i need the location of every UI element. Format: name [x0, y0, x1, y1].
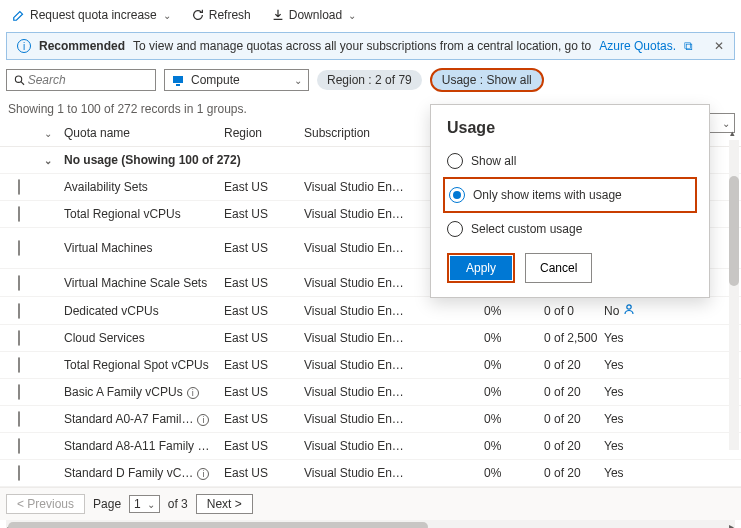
adjustable-cell: Yes: [604, 412, 640, 426]
row-checkbox[interactable]: [18, 411, 20, 427]
page-of: of 3: [168, 497, 188, 511]
limit-cell: 0 of 20: [544, 385, 604, 399]
table-row[interactable]: Basic A Family vCPUsiEast USVisual Studi…: [0, 379, 741, 406]
table-row[interactable]: Cloud ServicesEast USVisual Studio En…0%…: [0, 325, 741, 352]
quota-name-cell: Cloud Services: [64, 331, 224, 345]
subscription-cell: Visual Studio En…: [304, 385, 404, 399]
page-value: 1: [134, 497, 141, 511]
info-icon[interactable]: i: [197, 468, 209, 480]
pager: < Previous Page 1 ⌄ of 3 Next >: [0, 487, 741, 520]
usage-option-with-usage[interactable]: Only show items with usage: [449, 181, 691, 209]
limit-cell: 0 of 20: [544, 466, 604, 480]
row-checkbox[interactable]: [18, 206, 20, 222]
row-checkbox[interactable]: [18, 240, 20, 256]
svg-point-0: [15, 76, 21, 82]
download-label: Download: [289, 8, 342, 22]
quota-name-cell: Dedicated vCPUs: [64, 304, 224, 318]
download-icon: [271, 8, 285, 22]
info-icon[interactable]: i: [213, 441, 224, 453]
adjustable-cell: Yes: [604, 466, 640, 480]
usage-filter-pill[interactable]: Usage : Show all: [430, 68, 544, 92]
adjustable-cell: Yes: [604, 385, 640, 399]
chevron-down-icon[interactable]: ⌄: [44, 128, 64, 139]
usage-option-show-all[interactable]: Show all: [447, 147, 693, 175]
region-cell: East US: [224, 276, 304, 290]
request-quota-button[interactable]: Request quota increase ⌄: [6, 4, 177, 26]
option-label: Show all: [471, 154, 516, 168]
usage-option-custom[interactable]: Select custom usage: [447, 215, 693, 243]
quota-name-cell: Standard A0-A7 Famil…i: [64, 412, 224, 426]
horizontal-scrollbar[interactable]: ◂ ▸: [6, 520, 735, 528]
row-checkbox[interactable]: [18, 330, 20, 346]
scroll-right-icon[interactable]: ▸: [726, 520, 737, 528]
row-checkbox[interactable]: [18, 303, 20, 319]
usage-pct-cell: 0%: [484, 466, 544, 480]
row-checkbox[interactable]: [18, 465, 20, 481]
page-select[interactable]: 1 ⌄: [129, 495, 160, 513]
usage-pct-cell: 0%: [484, 439, 544, 453]
svg-rect-2: [176, 84, 180, 86]
table-row[interactable]: Total Regional Spot vCPUsEast USVisual S…: [0, 352, 741, 379]
quota-name-cell: Total Regional Spot vCPUs: [64, 358, 224, 372]
provider-dropdown[interactable]: Compute ⌄: [164, 69, 309, 91]
provider-label: Compute: [191, 73, 240, 87]
search-field[interactable]: [26, 72, 149, 88]
row-checkbox[interactable]: [18, 384, 20, 400]
table-row[interactable]: Standard A8-A11 Family …iEast USVisual S…: [0, 433, 741, 460]
cancel-button[interactable]: Cancel: [525, 253, 592, 283]
subscription-cell: Visual Studio En…: [304, 207, 404, 221]
limit-cell: 0 of 0: [544, 304, 604, 318]
region-filter-pill[interactable]: Region : 2 of 79: [317, 70, 422, 90]
request-quota-label: Request quota increase: [30, 8, 157, 22]
row-checkbox[interactable]: [18, 275, 20, 291]
table-row[interactable]: Standard A0-A7 Famil…iEast USVisual Stud…: [0, 406, 741, 433]
table-row[interactable]: Dedicated vCPUsEast USVisual Studio En…0…: [0, 297, 741, 325]
region-cell: East US: [224, 385, 304, 399]
region-cell: East US: [224, 358, 304, 372]
usage-pct-cell: 0%: [484, 331, 544, 345]
col-region[interactable]: Region: [224, 126, 304, 140]
download-button[interactable]: Download ⌄: [265, 4, 362, 26]
vertical-scrollbar[interactable]: ▴: [729, 140, 739, 450]
chevron-down-icon: ⌄: [147, 499, 155, 510]
adjustable-cell: Yes: [604, 439, 640, 453]
close-icon[interactable]: ✕: [714, 39, 724, 53]
scroll-up-icon[interactable]: ▴: [730, 128, 735, 138]
scrollbar-thumb[interactable]: [729, 176, 739, 286]
prev-page-button[interactable]: < Previous: [6, 494, 85, 514]
refresh-button[interactable]: Refresh: [185, 4, 257, 26]
toolbar: Request quota increase ⌄ Refresh Downloa…: [0, 0, 741, 30]
usage-pct-cell: 0%: [484, 412, 544, 426]
col-subscription[interactable]: Subscription: [304, 126, 404, 140]
row-checkbox[interactable]: [18, 438, 20, 454]
refresh-icon: [191, 8, 205, 22]
adjustable-cell: Yes: [604, 331, 640, 345]
limit-cell: 0 of 20: [544, 439, 604, 453]
quota-name-cell: Basic A Family vCPUsi: [64, 385, 224, 399]
row-checkbox[interactable]: [18, 357, 20, 373]
col-quota-name[interactable]: Quota name: [64, 126, 224, 140]
info-icon[interactable]: i: [197, 414, 209, 426]
row-checkbox[interactable]: [18, 179, 20, 195]
region-cell: East US: [224, 466, 304, 480]
compute-icon: [171, 73, 185, 87]
radio-icon: [447, 153, 463, 169]
chevron-down-icon: ⌄: [44, 155, 64, 166]
quota-name-cell: Virtual Machines: [64, 241, 224, 255]
quota-name-cell: Standard A8-A11 Family …i: [64, 439, 224, 453]
person-icon: [623, 303, 635, 315]
apply-button[interactable]: Apply: [450, 256, 512, 280]
next-page-button[interactable]: Next >: [196, 494, 253, 514]
azure-quotas-link[interactable]: Azure Quotas.: [599, 39, 676, 53]
info-icon[interactable]: i: [187, 387, 199, 399]
subscription-cell: Visual Studio En…: [304, 358, 404, 372]
scrollbar-thumb[interactable]: [8, 522, 428, 528]
pencil-icon: [12, 8, 26, 22]
search-input[interactable]: [6, 69, 156, 91]
region-cell: East US: [224, 439, 304, 453]
chevron-down-icon: ⌄: [348, 10, 356, 21]
subscription-cell: Visual Studio En…: [304, 276, 404, 290]
subscription-cell: Visual Studio En…: [304, 304, 404, 318]
region-cell: East US: [224, 241, 304, 255]
table-row[interactable]: Standard D Family vC…iEast USVisual Stud…: [0, 460, 741, 487]
